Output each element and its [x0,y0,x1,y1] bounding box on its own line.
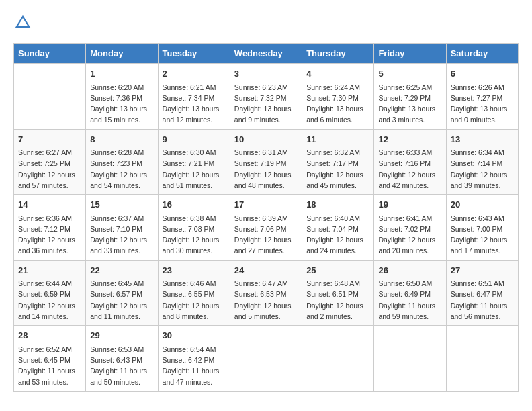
day-number: 29 [90,329,153,342]
day-number: 2 [163,67,226,81]
cell-content: Sunrise: 6:32 AM Sunset: 7:17 PM Dayligh… [306,147,369,191]
calendar-cell: 8Sunrise: 6:28 AM Sunset: 7:23 PM Daylig… [86,129,158,195]
calendar-cell: 5Sunrise: 6:25 AM Sunset: 7:29 PM Daylig… [374,64,446,130]
day-header-wednesday: Wednesday [230,44,302,64]
cell-content: Sunrise: 6:27 AM Sunset: 7:25 PM Dayligh… [18,147,81,191]
day-header-thursday: Thursday [302,44,374,64]
cell-content: Sunrise: 6:20 AM Sunset: 7:36 PM Dayligh… [90,82,153,126]
day-number: 10 [234,133,298,146]
day-number: 20 [451,198,514,212]
day-number: 6 [451,67,514,81]
cell-content: Sunrise: 6:53 AM Sunset: 6:43 PM Dayligh… [90,344,153,387]
calendar-cell: 11Sunrise: 6:32 AM Sunset: 7:17 PM Dayli… [302,129,374,195]
cell-content: Sunrise: 6:24 AM Sunset: 7:30 PM Dayligh… [306,82,369,126]
day-number: 27 [451,264,514,277]
calendar-week-5: 28Sunrise: 6:52 AM Sunset: 6:45 PM Dayli… [14,326,519,392]
cell-content: Sunrise: 6:31 AM Sunset: 7:19 PM Dayligh… [234,147,298,191]
calendar-cell: 7Sunrise: 6:27 AM Sunset: 7:25 PM Daylig… [14,129,86,195]
calendar-week-4: 21Sunrise: 6:44 AM Sunset: 6:59 PM Dayli… [14,260,519,326]
cell-content: Sunrise: 6:40 AM Sunset: 7:04 PM Dayligh… [306,213,369,257]
calendar-cell [14,64,86,130]
day-number: 21 [18,264,81,277]
day-number: 28 [18,329,81,342]
calendar-cell: 20Sunrise: 6:43 AM Sunset: 7:00 PM Dayli… [446,195,518,261]
calendar-header-row: SundayMondayTuesdayWednesdayThursdayFrid… [14,44,519,64]
logo-icon [13,13,32,32]
day-number: 4 [306,67,369,81]
calendar-cell: 6Sunrise: 6:26 AM Sunset: 7:27 PM Daylig… [446,64,518,130]
cell-content: Sunrise: 6:48 AM Sunset: 6:51 PM Dayligh… [306,278,369,322]
day-number: 3 [234,67,298,81]
cell-content: Sunrise: 6:41 AM Sunset: 7:02 PM Dayligh… [378,213,441,257]
cell-content: Sunrise: 6:47 AM Sunset: 6:53 PM Dayligh… [234,278,298,322]
calendar-cell: 30Sunrise: 6:54 AM Sunset: 6:42 PM Dayli… [158,326,230,392]
calendar-cell: 17Sunrise: 6:39 AM Sunset: 7:06 PM Dayli… [230,195,302,261]
calendar-cell: 1Sunrise: 6:20 AM Sunset: 7:36 PM Daylig… [86,64,158,130]
calendar-cell: 15Sunrise: 6:37 AM Sunset: 7:10 PM Dayli… [86,195,158,261]
calendar-cell: 4Sunrise: 6:24 AM Sunset: 7:30 PM Daylig… [302,64,374,130]
calendar-cell: 27Sunrise: 6:51 AM Sunset: 6:47 PM Dayli… [446,260,518,326]
day-number: 12 [378,133,441,146]
calendar-cell: 29Sunrise: 6:53 AM Sunset: 6:43 PM Dayli… [86,326,158,392]
day-number: 22 [90,264,153,277]
day-header-tuesday: Tuesday [158,44,230,64]
day-number: 23 [163,264,226,277]
calendar-cell: 2Sunrise: 6:21 AM Sunset: 7:34 PM Daylig… [158,64,230,130]
calendar-cell: 9Sunrise: 6:30 AM Sunset: 7:21 PM Daylig… [158,129,230,195]
day-number: 25 [306,264,369,277]
cell-content: Sunrise: 6:34 AM Sunset: 7:14 PM Dayligh… [451,147,514,191]
calendar-cell [230,326,302,392]
calendar-cell: 16Sunrise: 6:38 AM Sunset: 7:08 PM Dayli… [158,195,230,261]
calendar-cell: 26Sunrise: 6:50 AM Sunset: 6:49 PM Dayli… [374,260,446,326]
day-number: 24 [234,264,298,277]
day-number: 15 [90,198,153,212]
day-number: 1 [90,67,153,81]
calendar-cell [374,326,446,392]
day-header-friday: Friday [374,44,446,64]
calendar-cell: 24Sunrise: 6:47 AM Sunset: 6:53 PM Dayli… [230,260,302,326]
cell-content: Sunrise: 6:45 AM Sunset: 6:57 PM Dayligh… [90,278,153,322]
calendar-cell: 10Sunrise: 6:31 AM Sunset: 7:19 PM Dayli… [230,129,302,195]
cell-content: Sunrise: 6:51 AM Sunset: 6:47 PM Dayligh… [451,278,514,322]
day-number: 26 [378,264,441,277]
calendar-cell: 3Sunrise: 6:23 AM Sunset: 7:32 PM Daylig… [230,64,302,130]
day-number: 18 [306,198,369,212]
cell-content: Sunrise: 6:28 AM Sunset: 7:23 PM Dayligh… [90,147,153,191]
day-number: 30 [163,329,226,342]
cell-content: Sunrise: 6:21 AM Sunset: 7:34 PM Dayligh… [163,82,226,126]
day-number: 9 [163,133,226,146]
cell-content: Sunrise: 6:36 AM Sunset: 7:12 PM Dayligh… [18,213,81,257]
day-number: 8 [90,133,153,146]
day-number: 11 [306,133,369,146]
calendar-cell: 19Sunrise: 6:41 AM Sunset: 7:02 PM Dayli… [374,195,446,261]
day-number: 19 [378,198,441,212]
cell-content: Sunrise: 6:33 AM Sunset: 7:16 PM Dayligh… [378,147,441,191]
calendar-cell: 22Sunrise: 6:45 AM Sunset: 6:57 PM Dayli… [86,260,158,326]
day-header-sunday: Sunday [14,44,86,64]
calendar-cell: 25Sunrise: 6:48 AM Sunset: 6:51 PM Dayli… [302,260,374,326]
day-number: 17 [234,198,298,212]
calendar-cell: 18Sunrise: 6:40 AM Sunset: 7:04 PM Dayli… [302,195,374,261]
calendar-cell: 21Sunrise: 6:44 AM Sunset: 6:59 PM Dayli… [14,260,86,326]
calendar-cell: 12Sunrise: 6:33 AM Sunset: 7:16 PM Dayli… [374,129,446,195]
day-number: 16 [163,198,226,212]
day-number: 5 [378,67,441,81]
cell-content: Sunrise: 6:39 AM Sunset: 7:06 PM Dayligh… [234,213,298,257]
calendar-cell: 14Sunrise: 6:36 AM Sunset: 7:12 PM Dayli… [14,195,86,261]
calendar-cell: 28Sunrise: 6:52 AM Sunset: 6:45 PM Dayli… [14,326,86,392]
day-header-monday: Monday [86,44,158,64]
cell-content: Sunrise: 6:52 AM Sunset: 6:45 PM Dayligh… [18,344,81,387]
cell-content: Sunrise: 6:26 AM Sunset: 7:27 PM Dayligh… [451,82,514,126]
cell-content: Sunrise: 6:30 AM Sunset: 7:21 PM Dayligh… [163,147,226,191]
cell-content: Sunrise: 6:38 AM Sunset: 7:08 PM Dayligh… [163,213,226,257]
calendar-cell: 13Sunrise: 6:34 AM Sunset: 7:14 PM Dayli… [446,129,518,195]
day-number: 13 [451,133,514,146]
day-header-saturday: Saturday [446,44,518,64]
calendar-week-3: 14Sunrise: 6:36 AM Sunset: 7:12 PM Dayli… [14,195,519,261]
cell-content: Sunrise: 6:23 AM Sunset: 7:32 PM Dayligh… [234,82,298,126]
day-number: 7 [18,133,81,146]
logo [13,13,35,32]
cell-content: Sunrise: 6:46 AM Sunset: 6:55 PM Dayligh… [163,278,226,322]
cell-content: Sunrise: 6:43 AM Sunset: 7:00 PM Dayligh… [451,213,514,257]
page-header [13,13,519,32]
